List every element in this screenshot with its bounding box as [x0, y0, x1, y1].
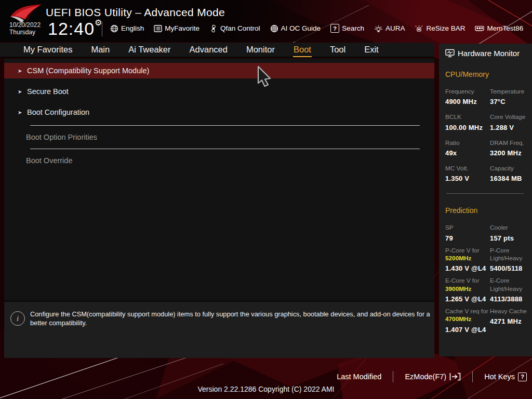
app-title: UEFI BIOS Utility – Advanced Mode — [46, 6, 225, 19]
stat-pcore-voltage: P-Core V for 5200MHz 1.430 V @L4 — [445, 247, 489, 273]
stat-dram-freq: DRAM Freq. 3200 MHz — [490, 139, 529, 157]
stat-cache-voltage: Cache V req for 4700MHz 1.407 V @L4 — [445, 308, 489, 334]
search-button[interactable]: ? Search — [330, 24, 364, 33]
version-text: Version 2.22.1286 Copyright (C) 2022 AMI — [0, 385, 532, 393]
prediction-heading: Prediction — [445, 206, 529, 215]
globe-icon — [110, 24, 118, 33]
stat-sp: SP 79 — [445, 224, 489, 242]
header-toolbar: English MyFavorite Qfan Control AI OC Gu… — [110, 24, 523, 33]
header: UEFI BIOS Utility – Advanced Mode 10/20/… — [0, 0, 532, 42]
tab-main[interactable]: Main — [90, 44, 110, 56]
date-display: 10/20/2022 Thursday — [9, 22, 41, 36]
hardware-monitor-panel: Hardware Monitor CPU/Memory Frequency 49… — [439, 44, 532, 356]
day-value: Thursday — [9, 29, 41, 36]
menu-item-secure-boot[interactable]: ➤ Secure Boot — [4, 84, 434, 99]
svg-text:+: + — [415, 24, 417, 28]
resize-bar-label: ReSize BAR — [426, 24, 465, 32]
ezmode-button[interactable]: EzMode(F7) — [405, 373, 461, 381]
ai-oc-sphere-icon — [270, 24, 278, 33]
divider — [30, 149, 420, 149]
cpu-memory-heading: CPU/Memory — [445, 70, 529, 78]
submenu-arrow-icon: ➤ — [18, 68, 27, 74]
hot-keys-button[interactable]: Hot Keys ? — [484, 373, 527, 381]
cpu-memory-grid: Frequency 4900 MHz Temperature 37°C BCLK… — [445, 88, 529, 190]
footer-separator — [472, 371, 473, 382]
search-icon: ? — [330, 24, 339, 33]
ecore-freq-highlight: 3900MHz — [445, 285, 472, 292]
help-panel: i Configure the CSM(compatibility suppor… — [4, 300, 434, 358]
footer-bar: Last Modified EzMode(F7) Hot Keys ? — [0, 370, 527, 383]
stat-heavy-cache: Heavy Cache 4271 MHz — [490, 308, 529, 334]
menu-item-boot-option-priorities: Boot Option Priorities — [4, 131, 434, 143]
aura-icon — [374, 24, 383, 33]
hot-keys-label: Hot Keys — [484, 373, 515, 381]
main-menu-bar: My Favorites Main Ai Tweaker Advanced Mo… — [0, 43, 434, 58]
tab-tool[interactable]: Tool — [329, 44, 346, 56]
stat-ratio: Ratio 49x — [445, 139, 489, 157]
clock[interactable]: 12:40⚙ — [48, 19, 102, 39]
pcore-freq-highlight: 5200MHz — [445, 255, 472, 262]
stat-cooler: Cooler 157 pts — [490, 224, 529, 242]
menu-item-csm[interactable]: ➤ CSM (Compatibility Support Module) — [4, 63, 434, 78]
tab-my-favorites[interactable]: My Favorites — [23, 44, 73, 56]
hardware-monitor-label: Hardware Monitor — [458, 49, 520, 58]
aura-label: AURA — [385, 24, 405, 32]
qfan-control-button[interactable]: Qfan Control — [209, 24, 260, 33]
tab-monitor[interactable]: Monitor — [246, 44, 275, 56]
menu-item-boot-configuration[interactable]: ➤ Boot Configuration — [4, 104, 434, 120]
tab-advanced[interactable]: Advanced — [189, 44, 228, 56]
memtest86-button[interactable]: MemTest86 — [475, 24, 523, 32]
info-icon: i — [10, 311, 25, 326]
menu-item-label: Secure Boot — [27, 87, 69, 96]
resize-bar-icon: ++ — [415, 24, 423, 33]
stat-frequency: Frequency 4900 MHz — [445, 88, 489, 105]
search-label: Search — [342, 24, 364, 32]
myfavorite-button[interactable]: MyFavorite — [154, 24, 200, 32]
footer-separator — [393, 371, 393, 382]
stat-pcore-light-heavy: P-Core Light/Heavy 5400/5118 — [490, 247, 529, 273]
sidebar-divider — [446, 193, 524, 194]
svg-text:+: + — [421, 24, 423, 28]
ezmode-label: EzMode(F7) — [405, 373, 446, 381]
stat-mc-volt: MC Volt. 1.350 V — [445, 165, 489, 182]
fan-icon — [209, 24, 218, 33]
header-separator — [102, 22, 102, 36]
ai-oc-label: AI OC Guide — [281, 24, 321, 32]
stat-ecore-voltage: E-Core V for 3900MHz 1.265 V @L4 — [445, 277, 489, 303]
stat-core-voltage: Core Voltage 1.288 V — [490, 113, 529, 131]
time-value: 12:40 — [48, 19, 95, 38]
boot-menu-panel: ➤ CSM (Compatibility Support Module) ➤ S… — [4, 59, 434, 300]
mouse-cursor — [257, 65, 273, 87]
stat-temperature: Temperature 37°C — [490, 88, 529, 105]
memtest-label: MemTest86 — [487, 24, 523, 32]
tab-exit[interactable]: Exit — [364, 44, 379, 56]
monitor-pulse-icon — [445, 49, 455, 58]
resize-bar-button[interactable]: ++ ReSize BAR — [415, 24, 465, 33]
ezmode-exit-icon — [449, 373, 461, 381]
stat-capacity: Capacity 16384 MB — [490, 165, 529, 182]
prediction-grid: SP 79 Cooler 157 pts P-Core V for 5200MH… — [445, 224, 529, 338]
submenu-arrow-icon: ➤ — [18, 110, 27, 115]
language-label: English — [121, 24, 144, 32]
tab-ai-tweaker[interactable]: Ai Tweaker — [128, 44, 171, 56]
qfan-label: Qfan Control — [220, 24, 260, 32]
help-text: Configure the CSM(compatibility support … — [30, 310, 431, 327]
stat-ecore-light-heavy: E-Core Light/Heavy 4113/3888 — [490, 277, 529, 303]
question-mark-icon: ? — [518, 373, 527, 381]
divider — [30, 125, 420, 126]
stat-bclk: BCLK 100.00 MHz — [445, 113, 489, 131]
aura-button[interactable]: AURA — [374, 24, 405, 33]
hardware-monitor-title: Hardware Monitor — [445, 49, 529, 58]
myfavorite-label: MyFavorite — [165, 24, 200, 32]
last-modified-button[interactable]: Last Modified — [337, 373, 381, 381]
memtest-ram-icon — [475, 25, 484, 32]
menu-item-boot-override: Boot Override — [4, 154, 434, 167]
tab-boot[interactable]: Boot — [293, 44, 312, 56]
myfavorite-icon — [154, 25, 162, 32]
ai-oc-guide-button[interactable]: AI OC Guide — [270, 24, 321, 33]
date-value: 10/20/2022 — [9, 22, 41, 29]
submenu-arrow-icon: ➤ — [18, 89, 27, 95]
language-button[interactable]: English — [110, 24, 144, 33]
menu-item-label: CSM (Compatibility Support Module) — [27, 66, 149, 75]
menu-item-label: Boot Configuration — [27, 108, 89, 116]
